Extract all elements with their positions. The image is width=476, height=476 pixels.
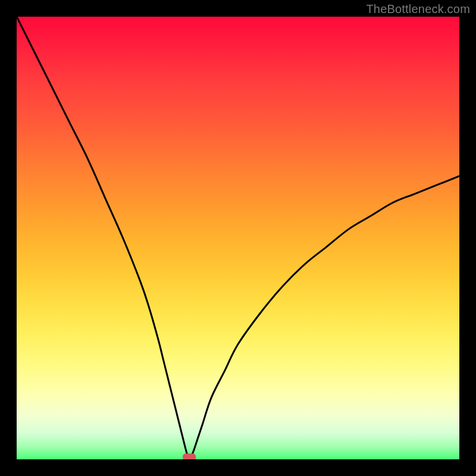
- chart-frame: TheBottleneck.com: [0, 0, 476, 476]
- watermark-text: TheBottleneck.com: [366, 2, 470, 16]
- curve-layer: [17, 17, 459, 459]
- plot-area: [17, 17, 459, 459]
- optimum-marker: [183, 453, 196, 459]
- bottleneck-curve: [17, 17, 459, 458]
